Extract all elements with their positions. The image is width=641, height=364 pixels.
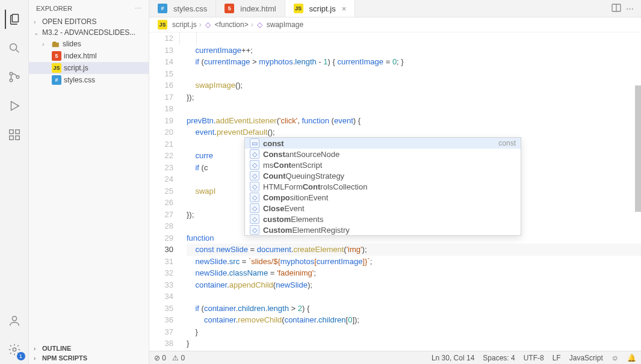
tab-styles-css[interactable]: #styles.css: [149, 0, 216, 17]
html-icon: 5: [52, 51, 61, 61]
suggest-item[interactable]: ▭constconst: [245, 138, 521, 149]
folder-slides[interactable]: ›🖿slides: [29, 38, 149, 50]
search-icon[interactable]: [5, 39, 24, 58]
run-debug-icon[interactable]: [5, 96, 24, 116]
editor-tabs: #styles.css 5index.html JSscript.js× ⋯: [149, 0, 641, 17]
source-control-icon[interactable]: [5, 67, 24, 87]
css-icon: #: [158, 4, 167, 13]
indentation[interactable]: Spaces: 4: [483, 354, 515, 362]
account-icon[interactable]: [5, 311, 24, 330]
suggest-kind-icon: ◇: [250, 203, 259, 213]
file-styles-css[interactable]: #styles.css: [29, 74, 149, 86]
sidebar-more-icon[interactable]: ⋯: [135, 5, 141, 13]
suggest-item[interactable]: ◇customElements: [245, 214, 521, 224]
suggest-item[interactable]: ◇HTMLFormControlsCollection: [245, 181, 521, 192]
npm-scripts-section[interactable]: ›NPM SCRIPTS: [29, 353, 149, 363]
project-section[interactable]: ⌄M3.2 - ADVANCEDSLIDES...: [29, 27, 149, 38]
explorer-sidebar: EXPLORER ⋯ ›OPEN EDITORS ⌄M3.2 - ADVANCE…: [29, 0, 149, 364]
suggest-item[interactable]: ◇CompositionEvent: [245, 192, 521, 203]
extensions-icon[interactable]: [5, 125, 24, 144]
explorer-tree: ›OPEN EDITORS ⌄M3.2 - ADVANCEDSLIDES... …: [29, 15, 149, 87]
html-icon: 5: [225, 4, 234, 13]
suggest-kind-icon: ◇: [250, 182, 259, 191]
svg-rect-8: [15, 130, 19, 134]
svg-point-9: [12, 316, 16, 321]
split-editor-icon[interactable]: [612, 3, 621, 14]
tab-script-js[interactable]: JSscript.js×: [285, 0, 356, 17]
line-numbers: 1213141516171819202122232425262728293031…: [149, 32, 179, 351]
suggest-kind-icon: ▭: [250, 138, 259, 148]
suggest-item[interactable]: ◇CloseEvent: [245, 203, 521, 214]
encoding[interactable]: UTF-8: [524, 354, 544, 362]
feedback-icon[interactable]: ☺: [612, 354, 619, 362]
svg-rect-0: [12, 14, 18, 22]
css-icon: #: [52, 75, 61, 85]
js-icon: JS: [294, 4, 303, 13]
svg-rect-7: [15, 136, 19, 140]
svg-rect-6: [9, 136, 13, 140]
suggest-kind-icon: ◇: [250, 214, 259, 224]
suggest-item[interactable]: ◇CustomElementRegistry: [245, 224, 521, 235]
sidebar-title: EXPLORER: [36, 5, 72, 13]
outline-section[interactable]: ›OUTLINE: [29, 344, 149, 353]
svg-point-2: [10, 72, 13, 75]
suggest-item[interactable]: ◇msContentScript: [245, 159, 521, 170]
more-actions-icon[interactable]: ⋯: [626, 4, 634, 13]
suggest-kind-icon: ◇: [250, 225, 259, 235]
scrollbar[interactable]: [635, 32, 641, 351]
open-editors-section[interactable]: ›OPEN EDITORS: [29, 16, 149, 27]
svg-point-10: [13, 348, 16, 351]
js-icon: JS: [158, 20, 167, 29]
scrollbar-thumb[interactable]: [635, 85, 641, 212]
status-bar: ⊘ 0 ⚠ 0 Ln 30, Col 14 Spaces: 4 UTF-8 LF…: [149, 351, 641, 364]
main-area: #styles.css 5index.html JSscript.js× ⋯ J…: [149, 0, 641, 364]
suggest-item[interactable]: ◇CountQueuingStrategy: [245, 170, 521, 181]
intellisense-popup[interactable]: ▭constconst◇ConstantSourceNode◇msContent…: [244, 137, 521, 236]
suggest-kind-icon: ◇: [250, 171, 259, 180]
cursor-position[interactable]: Ln 30, Col 14: [432, 354, 474, 362]
notifications-icon[interactable]: 🔔: [627, 354, 636, 362]
file-index-html[interactable]: 5index.html: [29, 50, 149, 62]
suggest-kind-icon: ◇: [250, 193, 259, 202]
svg-point-1: [10, 44, 16, 51]
chevron-right-icon: ›: [199, 20, 202, 29]
suggest-kind-icon: ◇: [250, 149, 259, 159]
breadcrumb[interactable]: JS script.js › ◇ <function> › ◇ swapImag…: [149, 17, 641, 32]
activity-bar: [0, 0, 29, 364]
files-icon[interactable]: [5, 10, 24, 29]
settings-icon[interactable]: [5, 340, 24, 359]
svg-point-3: [10, 79, 13, 82]
editor-title-actions: ⋯: [604, 0, 641, 17]
suggest-item[interactable]: ◇ConstantSourceNode: [245, 149, 521, 159]
file-script-js[interactable]: JSscript.js: [29, 62, 149, 74]
close-icon[interactable]: ×: [342, 4, 347, 13]
js-icon: JS: [52, 63, 61, 73]
chevron-right-icon: ›: [251, 20, 253, 29]
errors-count[interactable]: ⊘ 0: [154, 354, 166, 362]
folder-icon: 🖿: [51, 39, 60, 49]
tab-index-html[interactable]: 5index.html: [216, 0, 285, 17]
method-icon: ◇: [256, 20, 264, 29]
eol[interactable]: LF: [553, 354, 561, 362]
code-editor[interactable]: 1213141516171819202122232425262728293031…: [149, 32, 641, 351]
warnings-count[interactable]: ⚠ 0: [172, 354, 185, 362]
language-mode[interactable]: JavaScript: [569, 354, 603, 362]
suggest-kind-icon: ◇: [250, 160, 259, 170]
method-icon: ◇: [204, 20, 212, 29]
svg-rect-5: [9, 130, 13, 134]
sidebar-header: EXPLORER ⋯: [29, 0, 149, 15]
